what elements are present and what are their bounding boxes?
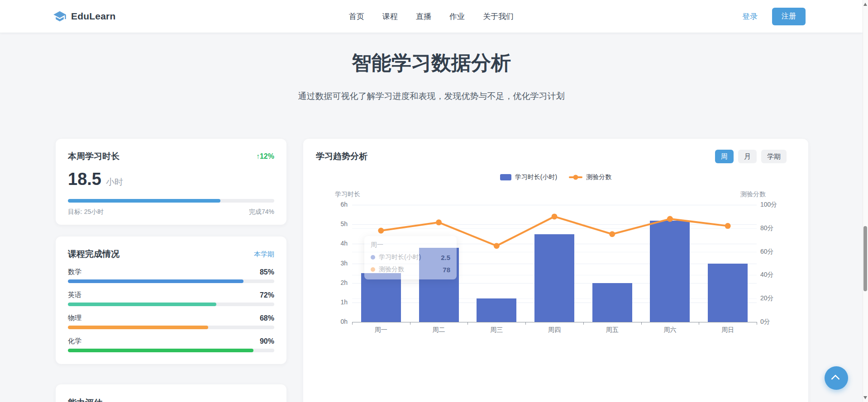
tooltip-row-score: 测验分数 78 (371, 265, 450, 274)
bar-周四[interactable] (534, 234, 574, 322)
legend-label: 学习时长(小时) (515, 173, 557, 181)
gridline (352, 224, 757, 225)
trend-chart-card: 学习趋势分析 周 月 学期 学习时长(小时) 测验分数 学习时长 测验分数 周一… (303, 139, 808, 402)
course-row-chemistry: 化学 90% (68, 337, 274, 352)
course-pct: 68% (260, 314, 274, 322)
course-fill (68, 349, 253, 352)
x-axis-tick (699, 322, 699, 325)
scrollbar[interactable] (863, 0, 868, 402)
course-row-math: 数学 85% (68, 268, 274, 283)
bar-series-swatch-icon (500, 174, 511, 180)
semester-link[interactable]: 本学期 (254, 250, 274, 259)
range-tabs: 周 月 学期 (715, 150, 787, 163)
tooltip-label: 测验分数 (379, 265, 404, 274)
left-axis-tick-label: 4h (310, 240, 348, 247)
course-card-title: 课程完成情况 (68, 248, 119, 260)
study-hours-unit: 小时 (106, 176, 123, 188)
scrollbar-down-arrow-icon[interactable] (863, 396, 867, 399)
course-track (68, 279, 274, 283)
scrollbar-up-arrow-icon[interactable] (863, 3, 867, 6)
left-axis-tick-label: 6h (310, 201, 348, 208)
left-axis-tick-label: 0h (310, 318, 348, 325)
login-link[interactable]: 登录 (742, 11, 758, 22)
tab-week[interactable]: 周 (715, 150, 734, 163)
tooltip-value: 2.5 (441, 254, 450, 261)
x-axis-label-周四: 周四 (534, 326, 575, 334)
left-axis-name: 学习时长 (335, 190, 360, 199)
series-dot-icon (371, 267, 375, 272)
left-axis-tick-label: 2h (310, 279, 348, 286)
course-fill (68, 326, 208, 329)
right-axis-tick-label: 0分 (760, 318, 770, 326)
study-progress-track (68, 199, 274, 203)
ability-card: 能力评估 (56, 384, 286, 402)
chevron-up-icon (831, 374, 840, 383)
bar-周五[interactable] (592, 283, 632, 322)
left-axis-tick-label: 5h (310, 220, 348, 227)
main-nav: 首页 课程 直播 作业 关于我们 (349, 0, 514, 33)
right-axis-tick-label: 80分 (760, 224, 774, 232)
study-time-card: 本周学习时长 ↑12% 18.5 小时 目标: 25小时 完成74% (56, 139, 286, 225)
nav-actions: 登录 注册 (742, 0, 806, 33)
page-title: 智能学习数据分析 (0, 50, 863, 76)
x-axis-tick (352, 322, 353, 325)
x-axis-tick (757, 322, 757, 325)
course-name: 物理 (68, 314, 81, 322)
arrow-up-icon: ↑ (256, 152, 260, 160)
x-axis-label-周六: 周六 (649, 326, 690, 334)
x-axis-label-周一: 周一 (361, 326, 401, 334)
nav-item-home[interactable]: 首页 (349, 11, 364, 22)
chart-tooltip: 周一 学习时长(小时) 2.5 测验分数 78 (364, 236, 457, 279)
course-completion-card: 课程完成情况 本学期 数学 85% 英语 72% 物理 68% (56, 236, 286, 364)
course-row-physics: 物理 68% (68, 314, 274, 329)
tab-semester[interactable]: 学期 (761, 150, 787, 163)
legend-item-score[interactable]: 测验分数 (569, 173, 611, 181)
tab-month[interactable]: 月 (738, 150, 757, 163)
scrollbar-thumb[interactable] (863, 226, 867, 291)
legend-item-hours[interactable]: 学习时长(小时) (500, 173, 557, 181)
line-point-周五[interactable] (609, 231, 615, 237)
nav-item-homework[interactable]: 作业 (449, 11, 465, 22)
x-axis-tick (583, 322, 584, 325)
course-name: 英语 (68, 291, 81, 299)
study-progress-fill (68, 199, 220, 203)
line-series-dot-icon (573, 175, 578, 180)
x-axis-label-周五: 周五 (592, 326, 633, 334)
tooltip-title: 周一 (371, 241, 450, 249)
right-axis-tick-label: 40分 (760, 271, 774, 279)
course-fill (68, 279, 243, 283)
brand[interactable]: EduLearn (53, 0, 115, 33)
ability-card-title: 能力评估 (68, 398, 102, 402)
series-dot-icon (371, 255, 375, 260)
legend-label: 测验分数 (586, 173, 611, 181)
scroll-to-top-button[interactable] (825, 366, 848, 390)
gridline (352, 205, 757, 205)
study-hours-value: 18.5 (68, 170, 101, 189)
register-button[interactable]: 注册 (772, 8, 806, 25)
x-axis-label-周二: 周二 (419, 326, 459, 334)
study-goal: 目标: 25小时 (68, 208, 104, 216)
line-point-周四[interactable] (552, 213, 558, 219)
left-axis-tick-label: 3h (310, 260, 348, 267)
bar-周日[interactable] (708, 264, 748, 322)
nav-item-about[interactable]: 关于我们 (483, 11, 514, 22)
course-name: 数学 (68, 268, 81, 276)
tooltip-value: 78 (443, 266, 450, 274)
right-axis-tick-label: 20分 (760, 294, 774, 303)
right-axis-tick-label: 60分 (760, 248, 774, 256)
graduation-cap-icon (53, 9, 67, 23)
course-track (68, 326, 274, 329)
bar-周三[interactable] (477, 298, 516, 322)
study-completion: 完成74% (249, 208, 274, 216)
trend-chart-title: 学习趋势分析 (316, 151, 367, 162)
bar-周一[interactable] (361, 273, 401, 322)
nav-item-live[interactable]: 直播 (416, 11, 431, 22)
line-series-swatch-icon (569, 176, 582, 178)
course-fill (68, 303, 216, 306)
nav-item-courses[interactable]: 课程 (382, 11, 398, 22)
brand-name: EduLearn (71, 11, 115, 22)
x-axis-tick (467, 322, 468, 325)
course-track (68, 349, 274, 352)
course-pct: 90% (260, 337, 274, 345)
bar-周六[interactable] (650, 221, 690, 322)
